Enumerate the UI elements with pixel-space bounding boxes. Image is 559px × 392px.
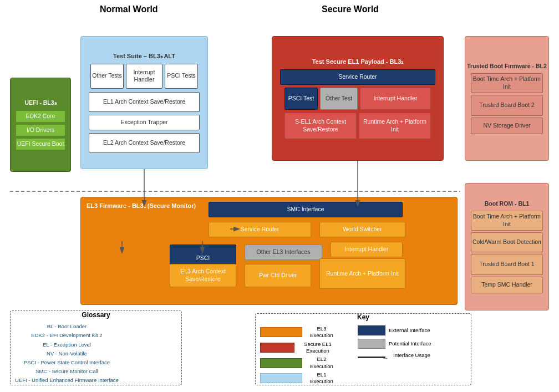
interrupt-handler-box-normal: Interrupt Handler bbox=[126, 64, 162, 89]
runtime-arch-el3-box: Runtime Arch + Platform Init bbox=[319, 258, 405, 289]
key-el2-box bbox=[260, 358, 302, 368]
nv-storage-driver-box: NV Storage Driver bbox=[471, 118, 543, 134]
diagram-container: Normal World Secure World UEFI - BL3₃ ED… bbox=[0, 0, 559, 392]
uefi-label: UEFI - BL3₃ bbox=[24, 99, 56, 107]
glossary-title: Glossary bbox=[15, 311, 177, 320]
key-box: Key EL3 Execution Secure EL1 Execution E… bbox=[255, 313, 471, 385]
secure-world-title: Secure World bbox=[322, 4, 379, 14]
temp-smc-handler-box: Temp SMC Handler bbox=[471, 277, 543, 293]
trusted-boot-firmware-label: Trusted Boot Firmware - BL2 bbox=[467, 63, 547, 70]
key-sel1-box bbox=[260, 343, 294, 353]
edk2-core-box: EDK2 Core bbox=[16, 110, 65, 123]
interrupt-handler-el3-box: Interrupt Handler bbox=[331, 242, 403, 257]
key-el1-box bbox=[260, 373, 302, 383]
trusted-board-boot1-box: Trusted Board Boot 1 bbox=[471, 254, 543, 275]
test-secure-label: Test Secure EL1 Payload - BL3₂ bbox=[312, 58, 404, 65]
el3-firmware-box: EL3 Firmware - BL3₁ (Secure Monitor) SMC… bbox=[80, 197, 458, 305]
psci-tests-box: PSCI Tests bbox=[165, 64, 198, 89]
el2-arch-context-box: EL2 Arch Context Save/Restore bbox=[89, 133, 200, 153]
glossary-box: Glossary BL - Boot Loader EDK2 - EFI Dev… bbox=[10, 310, 182, 385]
cold-warm-boot-box: Cold/Warm Boot Detection bbox=[471, 232, 543, 252]
key-external-interface-box bbox=[358, 325, 385, 335]
key-title: Key bbox=[260, 313, 466, 322]
key-potential-interface-box bbox=[358, 339, 385, 349]
test-secure-payload-box: Test Secure EL1 Payload - BL3₂ Service R… bbox=[272, 36, 444, 161]
other-el3-interfaces-box: Other EL3 Interfaces bbox=[245, 245, 322, 260]
test-suite-box: Test Suite – BL3₃ ALT Other Tests Interr… bbox=[80, 36, 208, 169]
sel1-arch-context-box: S-EL1 Arch Context Save/Restore bbox=[284, 113, 357, 139]
boot-rom-box: Boot ROM - BL1 Boot Time Arch + Platform… bbox=[465, 183, 549, 310]
smc-interface-box: SMC Interface bbox=[209, 202, 403, 217]
other-test-secure-box: Other Test bbox=[320, 88, 358, 110]
psci-test-secure-box: PSCI Test bbox=[284, 88, 318, 110]
key-el3-box bbox=[260, 327, 302, 337]
exception-trapper-box: Exception Trapper bbox=[89, 115, 200, 130]
glossary-items: BL - Boot Loader EDK2 - EFI Development … bbox=[15, 322, 119, 385]
el1-arch-context-box: EL1 Arch Context Save/Restore bbox=[89, 92, 200, 112]
trusted-board-boot2-box: Trusted Board Boot 2 bbox=[471, 95, 543, 116]
boot-time-arch-bl2-box: Boot Time Arch + Platform Init bbox=[471, 73, 543, 93]
interrupt-handler-secure-box: Interrupt Handler bbox=[360, 88, 431, 110]
el3-firmware-label: EL3 Firmware - BL3₁ (Secure Monitor) bbox=[87, 202, 196, 210]
boot-rom-label: Boot ROM - BL1 bbox=[485, 200, 530, 208]
trusted-boot-firmware-box: Trusted Boot Firmware - BL2 Boot Time Ar… bbox=[465, 36, 549, 161]
service-router-secure-box: Service Router bbox=[280, 69, 435, 85]
io-drivers-box: I/O Drivers bbox=[16, 124, 65, 136]
uefi-secure-boot-box: UEFI Secure Boot bbox=[16, 138, 65, 150]
el3-arch-context-box: EL3 Arch Context Save/Restore bbox=[170, 264, 236, 287]
service-router-el3-box: Service Router bbox=[209, 222, 311, 237]
world-switcher-box: World Switcher bbox=[319, 222, 405, 237]
boot-time-arch-bl1-box: Boot Time Arch + Platform Init bbox=[471, 211, 543, 231]
normal-world-title: Normal World bbox=[100, 4, 158, 14]
other-tests-box: Other Tests bbox=[90, 64, 124, 89]
test-suite-label: Test Suite – BL3₃ ALT bbox=[113, 52, 175, 60]
pwr-ctrl-driver-box: Pwr Ctrl Driver bbox=[245, 264, 311, 287]
uefi-bl3-box: UEFI - BL3₃ EDK2 Core I/O Drivers UEFI S… bbox=[10, 78, 71, 172]
runtime-arch-platform-box: Runtime Arch + Platform Init bbox=[359, 113, 431, 139]
